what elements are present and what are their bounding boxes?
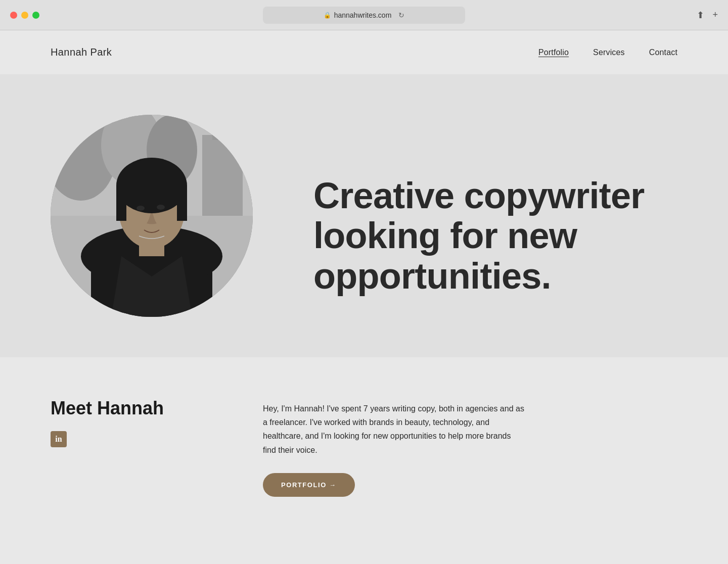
share-icon[interactable]: ⬆ <box>697 10 704 21</box>
svg-rect-14 <box>121 188 182 201</box>
lock-icon: 🔒 <box>324 12 331 19</box>
hero-image-container <box>51 115 253 317</box>
nav-link-contact[interactable]: Contact <box>649 48 677 57</box>
browser-actions: ⬆ + <box>697 10 718 21</box>
maximize-button[interactable] <box>32 12 39 19</box>
minimize-button[interactable] <box>21 12 28 19</box>
portrait-svg <box>51 115 253 317</box>
hero-headline: Creative copywriter looking for new oppo… <box>313 176 677 296</box>
about-title: Meet Hannah <box>51 398 212 419</box>
url-text: hannahwrites.com <box>334 11 392 19</box>
close-button[interactable] <box>10 12 17 19</box>
browser-chrome: 🔒 hannahwrites.com ↻ ⬆ + <box>0 0 728 30</box>
nav-link-portfolio[interactable]: Portfolio <box>538 48 569 57</box>
svg-point-15 <box>136 206 145 211</box>
site-logo[interactable]: Hannah Park <box>51 46 112 58</box>
svg-rect-3 <box>212 125 243 140</box>
address-bar[interactable]: 🔒 hannahwrites.com ↻ <box>263 7 465 24</box>
about-right: Hey, I'm Hannah! I've spent 7 years writ… <box>263 398 677 497</box>
nav-links: Portfolio Services Contact <box>538 48 677 57</box>
svg-point-11 <box>116 158 187 213</box>
svg-rect-2 <box>202 135 243 216</box>
about-section: Meet Hannah in Hey, I'm Hannah! I've spe… <box>0 357 728 537</box>
nav-link-services[interactable]: Services <box>593 48 625 57</box>
about-left: Meet Hannah in <box>51 398 212 447</box>
refresh-icon[interactable]: ↻ <box>398 11 404 19</box>
traffic-lights <box>10 12 39 19</box>
hero-section: Creative copywriter looking for new oppo… <box>0 74 728 357</box>
new-tab-icon[interactable]: + <box>712 10 718 21</box>
svg-point-16 <box>157 205 165 210</box>
hero-portrait <box>51 115 253 317</box>
about-body-text: Hey, I'm Hannah! I've spent 7 years writ… <box>263 402 526 457</box>
hero-text: Creative copywriter looking for new oppo… <box>283 135 677 296</box>
linkedin-icon[interactable]: in <box>51 431 67 447</box>
portfolio-cta-button[interactable]: PORTFOLIO → <box>263 473 355 497</box>
website: Hannah Park Portfolio Services Contact <box>0 30 728 537</box>
navigation: Hannah Park Portfolio Services Contact <box>0 30 728 74</box>
